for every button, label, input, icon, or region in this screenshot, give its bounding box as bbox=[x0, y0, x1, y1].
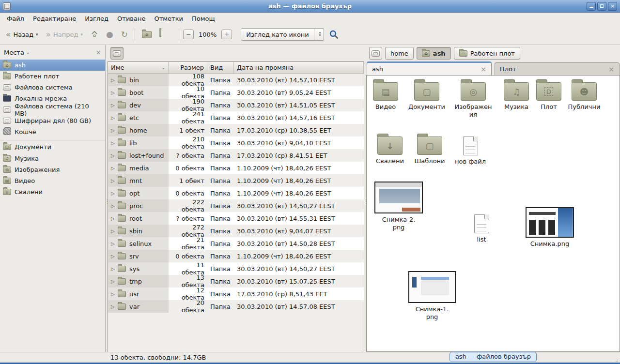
menu-item[interactable]: Отиване bbox=[113, 14, 149, 23]
menu-item[interactable]: Помощ bbox=[188, 14, 219, 23]
path-button-current[interactable]: ash bbox=[417, 47, 451, 60]
zoom-in-button[interactable]: + bbox=[221, 30, 232, 39]
sidebar-item[interactable]: Шифриран дял (80 GB) bbox=[0, 115, 105, 126]
expander-icon[interactable]: ▷ bbox=[111, 216, 118, 221]
expander-icon[interactable]: ▷ bbox=[111, 178, 118, 183]
root-path-button[interactable] bbox=[110, 47, 124, 60]
expander-icon[interactable]: ▷ bbox=[111, 115, 118, 121]
expander-icon[interactable]: ▷ bbox=[111, 254, 118, 259]
home-button[interactable] bbox=[139, 29, 155, 40]
resize-grip[interactable]: ⣠ bbox=[615, 357, 619, 362]
table-row[interactable]: ▷ tmp 13 обекта Папка 30.03.2010 (вт) 15… bbox=[108, 275, 364, 288]
menu-item[interactable]: Изглед bbox=[81, 14, 112, 23]
back-button[interactable]: « Назад ▾ bbox=[3, 29, 41, 41]
table-row[interactable]: ▷ srv 0 обекта Папка 1.10.2009 (чт) 18,4… bbox=[108, 250, 364, 262]
path-button-home[interactable]: home bbox=[385, 47, 414, 60]
column-header-date[interactable]: Дата на промяна bbox=[234, 62, 364, 73]
icon-item[interactable]: Снимка.png bbox=[524, 207, 576, 248]
table-row[interactable]: ▷ lib 210 обекта Папка 30.03.2010 (вт) 9… bbox=[108, 136, 364, 149]
sidebar-item[interactable]: Музика bbox=[0, 153, 105, 164]
table-row[interactable]: ▷ var 20 обекта Папка 30.03.2010 (вт) 14… bbox=[108, 300, 364, 313]
sidebar-item[interactable]: Кошче bbox=[0, 126, 105, 137]
menu-item[interactable]: Отметки bbox=[150, 14, 186, 23]
reload-button[interactable]: ↻ bbox=[118, 29, 131, 41]
icon-item[interactable]: Снимка-2. png bbox=[373, 182, 424, 231]
expander-icon[interactable]: ▷ bbox=[111, 140, 118, 146]
forward-button[interactable]: » Напред ▾ bbox=[43, 29, 86, 41]
icon-item[interactable]: list bbox=[466, 214, 496, 243]
expander-icon[interactable]: ▷ bbox=[111, 241, 118, 246]
icon-item[interactable]: Снимка-1. png bbox=[406, 271, 458, 320]
sidebar-item[interactable]: Работен плот bbox=[0, 71, 105, 82]
expander-icon[interactable]: ▷ bbox=[111, 266, 118, 272]
icon-view[interactable]: Видео Документи Изображен ия Музика bbox=[366, 75, 620, 352]
expander-icon[interactable]: ▷ bbox=[111, 203, 118, 209]
table-row[interactable]: ▷ root ? обекта Папка 30.03.2010 (вт) 14… bbox=[108, 212, 364, 225]
menu-item[interactable]: Редактиране bbox=[29, 14, 80, 23]
column-header-name[interactable]: Име ⌄ bbox=[108, 62, 169, 73]
tab-close-icon[interactable]: × bbox=[480, 65, 486, 73]
column-header-size[interactable]: Размер bbox=[169, 62, 207, 73]
computer-button[interactable] bbox=[156, 27, 175, 42]
table-row[interactable]: ▷ mnt 1 обект Папка 1.10.2009 (чт) 18,40… bbox=[108, 174, 364, 187]
icon-item[interactable]: Изображен ия bbox=[450, 82, 497, 118]
icon-item[interactable]: Музика bbox=[499, 82, 534, 111]
forward-history-chevron-icon[interactable]: ▾ bbox=[80, 32, 83, 37]
table-row[interactable]: ▷ usr 12 обекта Папка 17.03.2010 (ср) 8,… bbox=[108, 288, 364, 300]
expander-icon[interactable]: ▷ bbox=[111, 153, 118, 158]
view-mode-select[interactable]: Изглед като икони ▴▾ bbox=[241, 28, 324, 41]
back-history-chevron-icon[interactable]: ▾ bbox=[36, 32, 38, 37]
column-header-type[interactable]: Вид bbox=[207, 62, 234, 73]
expander-icon[interactable]: ▷ bbox=[111, 128, 118, 133]
table-row[interactable]: ▷ etc 241 обекта Папка 30.03.2010 (вт) 1… bbox=[108, 111, 364, 124]
table-row[interactable]: ▷ lost+found ? обекта Папка 17.03.2010 (… bbox=[108, 149, 364, 162]
sidebar-item[interactable]: Изображения bbox=[0, 164, 105, 175]
sidebar-item[interactable]: Файлова система bbox=[0, 82, 105, 93]
expander-icon[interactable]: ▷ bbox=[111, 228, 118, 234]
icon-item[interactable]: Публични bbox=[564, 82, 604, 111]
table-row[interactable]: ▷ bin 108 обекта Папка 30.03.2010 (вт) 1… bbox=[108, 74, 364, 86]
sidebar-item[interactable]: Свалени bbox=[0, 186, 105, 197]
up-button[interactable] bbox=[88, 28, 101, 41]
table-row[interactable]: ▷ sys 11 обекта Папка 30.03.2010 (вт) 14… bbox=[108, 262, 364, 275]
sidebar-mode-chevron-icon[interactable]: ⌄ bbox=[26, 50, 30, 55]
expander-icon[interactable]: ▷ bbox=[111, 90, 118, 95]
expander-icon[interactable]: ▷ bbox=[111, 191, 118, 196]
table-row[interactable]: ▷ boot 10 обекта Папка 30.03.2010 (вт) 9… bbox=[108, 86, 364, 99]
icon-item[interactable]: Шаблони bbox=[410, 136, 450, 165]
zoom-out-button[interactable]: − bbox=[183, 30, 194, 39]
title-bar[interactable]: ash — файлов браузър × bbox=[0, 0, 620, 13]
table-row[interactable]: ▷ opt 0 обекта Папка 1.10.2009 (чт) 18,4… bbox=[108, 187, 364, 199]
maximize-button[interactable] bbox=[597, 2, 606, 11]
tab-plot[interactable]: Плот × bbox=[495, 62, 620, 75]
close-button[interactable]: × bbox=[608, 2, 617, 11]
pane-splitter[interactable] bbox=[106, 45, 108, 352]
menu-item[interactable]: Файл bbox=[3, 14, 28, 23]
sidebar-close-icon[interactable]: × bbox=[95, 48, 101, 56]
table-row[interactable]: ▷ sbin 272 обекта Папка 30.03.2010 (вт) … bbox=[108, 225, 364, 237]
sidebar-item[interactable]: Файлова система (210 MB) bbox=[0, 104, 105, 115]
table-row[interactable]: ▷ home 1 обект Папка 17.03.2010 (ср) 10,… bbox=[108, 124, 364, 136]
icon-item[interactable]: нов файл bbox=[450, 136, 491, 166]
expander-icon[interactable]: ▷ bbox=[111, 77, 118, 83]
icon-item[interactable]: Видео bbox=[369, 82, 403, 111]
icon-item[interactable]: Документи bbox=[404, 82, 450, 111]
sidebar-item[interactable]: Видео bbox=[0, 175, 105, 186]
sidebar-item[interactable]: Документи bbox=[0, 140, 105, 153]
icon-item[interactable]: Свалени bbox=[370, 136, 410, 165]
table-row[interactable]: ▷ dev 190 обекта Папка 30.03.2010 (вт) 1… bbox=[108, 99, 364, 111]
minimize-button[interactable] bbox=[587, 2, 596, 11]
table-row[interactable]: ▷ proc 222 обекта Папка 30.03.2010 (вт) … bbox=[108, 199, 364, 212]
expander-icon[interactable]: ▷ bbox=[111, 291, 118, 297]
tab-ash[interactable]: ash × bbox=[367, 61, 492, 75]
expander-icon[interactable]: ▷ bbox=[111, 304, 118, 309]
icon-item[interactable]: Плот bbox=[534, 82, 564, 111]
sidebar-item[interactable]: ash bbox=[0, 60, 105, 71]
root-path-button[interactable] bbox=[369, 47, 382, 60]
stop-button[interactable]: ● bbox=[103, 29, 116, 41]
path-button-desktop[interactable]: Работен плот bbox=[454, 47, 520, 60]
table-row[interactable]: ▷ media 0 обекта Папка 1.10.2009 (чт) 18… bbox=[108, 162, 364, 174]
expander-icon[interactable]: ▷ bbox=[111, 166, 118, 171]
table-row[interactable]: ▷ selinux 21 обекта Папка 30.03.2010 (вт… bbox=[108, 237, 364, 250]
expander-icon[interactable]: ▷ bbox=[111, 279, 118, 284]
